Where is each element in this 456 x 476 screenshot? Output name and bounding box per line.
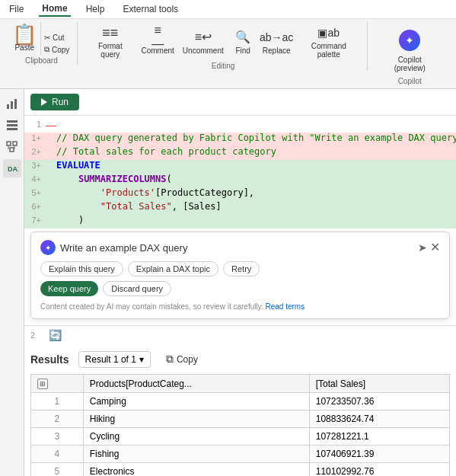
- table-row: 3 Cycling 107281221.1: [31, 428, 450, 446]
- row-sales: 107233507.36: [309, 393, 449, 411]
- results-header: Results Result 1 of 1 ▾ ⧉ Copy: [30, 350, 450, 368]
- results-section: Results Result 1 of 1 ▾ ⧉ Copy ⊞ Prod: [24, 344, 456, 476]
- col-header-sales: [Total Sales]: [309, 375, 449, 393]
- command-palette-icon: ▣ab: [320, 24, 338, 42]
- code-line-close: 7+ ): [24, 215, 456, 228]
- code-comment1: // DAX query generated by Fabric Copilot…: [56, 133, 456, 143]
- svg-rect-3: [11, 101, 13, 109]
- retry-button[interactable]: Retry: [223, 261, 260, 276]
- copy-button[interactable]: ⧉ Copy: [43, 44, 71, 55]
- run-button[interactable]: Run: [30, 94, 79, 110]
- col-header-category: Products[ProductCateg...: [83, 375, 309, 393]
- row-category: Fishing: [83, 446, 309, 463]
- results-table: ⊞ Products[ProductCateg... [Total Sales]…: [30, 374, 450, 476]
- menu-file[interactable]: File: [6, 2, 27, 16]
- sidebar: DAX: [0, 89, 24, 476]
- paste-label: Paste: [14, 43, 34, 52]
- paste-button[interactable]: 📋 Paste: [11, 22, 41, 55]
- row-sales: 107281221.1: [309, 428, 449, 446]
- copilot-footer: Content created by AI may contain mistak…: [40, 302, 440, 311]
- menu-help[interactable]: Help: [83, 2, 108, 16]
- table-row: 1 Camping 107233507.36: [31, 393, 450, 411]
- result-selector-label: Result 1 of 1: [85, 354, 136, 365]
- row-num: 5: [31, 463, 84, 477]
- explain-query-button[interactable]: Explain this query: [40, 261, 123, 276]
- copilot-title: Write an example DAX query: [60, 242, 187, 254]
- content-area: Run 1 — 1+ // DAX query generated by Fab…: [24, 89, 456, 476]
- copy-results-icon: ⧉: [166, 353, 174, 366]
- svg-rect-9: [13, 142, 17, 145]
- copilot-ribbon-button[interactable]: ✦ Copilot (preview): [375, 22, 444, 75]
- keep-query-button[interactable]: Keep query: [40, 281, 98, 296]
- row-num: 1: [31, 393, 84, 411]
- sidebar-dax-icon[interactable]: DAX: [3, 159, 21, 177]
- code-line-products: 5+ 'Products'[ProductCategory],: [24, 187, 456, 201]
- copilot-ribbon-icon: ✦: [394, 25, 425, 56]
- copilot-close-button[interactable]: ✕: [430, 241, 440, 254]
- uncomment-button[interactable]: ≡↩ Uncomment: [180, 27, 226, 56]
- clipboard-buttons: 📋 Paste ✂ Cut ⧉ Copy: [11, 22, 71, 55]
- cut-copy-group: ✂ Cut ⧉ Copy: [43, 33, 71, 55]
- run-bar: Run: [24, 89, 456, 116]
- command-palette-button[interactable]: ▣ab Command palette: [296, 22, 361, 60]
- replace-button[interactable]: ab→ac Replace: [260, 27, 293, 56]
- comment-button[interactable]: ≡— Comment: [139, 27, 177, 56]
- copy-icon: ⧉: [44, 45, 49, 54]
- find-button[interactable]: 🔍 Find: [229, 27, 257, 56]
- find-icon: 🔍: [234, 28, 252, 46]
- run-icon: [41, 98, 47, 106]
- code-line-comment1: 1+ // DAX query generated by Fabric Copi…: [24, 133, 456, 146]
- ribbon-editing-group: ≡≡ Format query ≡— Comment ≡↩ Uncomment …: [79, 22, 368, 70]
- refresh-icon[interactable]: 🔄: [49, 329, 62, 341]
- result-selector[interactable]: Result 1 of 1 ▾: [78, 351, 151, 368]
- row-sales: 107406921.39: [309, 446, 449, 463]
- copy-label: Copy: [52, 46, 69, 54]
- code-line-comment2: 2+ // Total sales for each product categ…: [24, 146, 456, 160]
- code-editor[interactable]: 1 — 1+ // DAX query generated by Fabric …: [24, 116, 456, 326]
- code-comment2: // Total sales for each product category: [56, 146, 276, 157]
- line-2-row: 2 🔄: [24, 326, 456, 344]
- results-title: Results: [30, 353, 69, 366]
- editing-group-label: Editing: [212, 62, 235, 70]
- svg-rect-8: [7, 142, 11, 145]
- main-layout: DAX Run 1 — 1+ // DAX query generated by…: [0, 89, 456, 476]
- menu-home[interactable]: Home: [39, 2, 70, 17]
- sidebar-table-icon[interactable]: [3, 117, 21, 135]
- copilot-keep-discard-row: Keep query Discard query: [40, 281, 440, 296]
- code-line-1: 1 —: [24, 119, 456, 133]
- copy-results-button[interactable]: ⧉ Copy: [160, 350, 204, 368]
- format-query-icon: ≡≡: [101, 24, 120, 42]
- svg-rect-5: [7, 120, 18, 123]
- ribbon-copilot-group: ✦ Copilot (preview) Copilot: [369, 22, 450, 85]
- menu-external-tools[interactable]: External tools: [120, 2, 181, 16]
- uncomment-icon: ≡↩: [194, 28, 212, 46]
- row-num: 4: [31, 446, 84, 463]
- format-query-button[interactable]: ≡≡ Format query: [85, 22, 136, 60]
- code-line-evaluate: 3+ EVALUATE: [24, 160, 456, 174]
- code-products: 'Products'[ProductCategory],: [56, 187, 254, 198]
- table-row: 5 Electronics 110102992.76: [31, 463, 450, 477]
- copilot-send-button[interactable]: ➤: [418, 241, 427, 254]
- svg-rect-2: [7, 104, 9, 109]
- svg-text:✦: ✦: [405, 34, 414, 46]
- copilot-action-buttons: Explain this query Explain a DAX topic R…: [40, 261, 440, 276]
- copilot-group-label: Copilot: [398, 77, 422, 85]
- row-category: Camping: [83, 393, 309, 411]
- code-line-summarize: 4+ SUMMARIZECOLUMNS(: [24, 174, 456, 187]
- sidebar-chart-icon[interactable]: [3, 95, 21, 113]
- discard-query-button[interactable]: Discard query: [103, 281, 171, 296]
- row-category: Cycling: [83, 428, 309, 446]
- cut-button[interactable]: ✂ Cut: [43, 33, 71, 43]
- copilot-header-buttons: ➤ ✕: [418, 241, 440, 254]
- chevron-down-icon: ▾: [139, 354, 144, 365]
- row-category: Electronics: [83, 463, 309, 477]
- sidebar-model-icon[interactable]: [3, 138, 21, 156]
- explain-dax-button[interactable]: Explain a DAX topic: [128, 261, 218, 276]
- read-terms-link[interactable]: Read terms: [266, 302, 305, 311]
- copilot-title-row: ✦ Write an example DAX query: [40, 240, 187, 255]
- code-summarize: SUMMARIZECOLUMNS(: [56, 174, 172, 184]
- ribbon: 📋 Paste ✂ Cut ⧉ Copy Clipboard ≡≡ Format…: [0, 19, 456, 89]
- svg-rect-7: [7, 128, 18, 130]
- minus-indicator: —: [46, 119, 56, 131]
- table-icon: ⊞: [37, 379, 48, 389]
